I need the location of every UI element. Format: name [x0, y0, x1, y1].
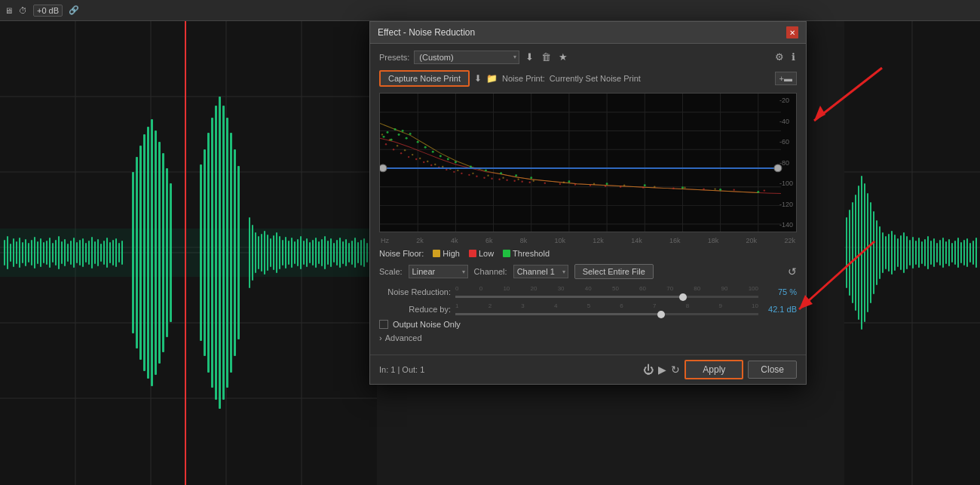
advanced-label: Advanced	[385, 333, 422, 342]
svg-rect-57	[155, 130, 157, 375]
capture-noise-print-button[interactable]: Capture Noise Print	[379, 70, 470, 87]
reset-button[interactable]: ↺	[788, 266, 797, 278]
reduce-by-track[interactable]	[455, 313, 758, 315]
svg-point-235	[764, 189, 765, 191]
channel-select[interactable]: Channel 1 Channel 2	[513, 265, 568, 278]
svg-point-183	[394, 128, 397, 130]
svg-rect-18	[25, 239, 26, 266]
svg-rect-49	[118, 243, 120, 262]
add-channel-button[interactable]: +▬	[775, 72, 797, 85]
svg-rect-95	[315, 238, 317, 268]
svg-rect-140	[909, 240, 911, 266]
svg-rect-47	[112, 240, 114, 266]
svg-point-259	[380, 164, 387, 172]
svg-rect-46	[109, 242, 111, 263]
legend-high: High	[433, 249, 460, 258]
loop-button[interactable]: ↻	[671, 364, 680, 376]
svg-point-204	[757, 191, 759, 193]
legend-high-label: High	[443, 249, 460, 258]
svg-rect-98	[324, 236, 326, 269]
svg-rect-27	[52, 243, 54, 262]
svg-rect-82	[276, 232, 277, 273]
svg-rect-94	[312, 240, 314, 266]
info-button[interactable]: ℹ	[790, 50, 797, 64]
svg-point-253	[593, 183, 595, 185]
svg-point-246	[457, 170, 458, 171]
svg-point-216	[468, 174, 470, 176]
reduce-by-thumb[interactable]	[657, 311, 665, 318]
noise-reduction-dialog: Effect - Noise Reduction ✕ Presets: (Cus…	[369, 21, 807, 385]
save-preset-button[interactable]: ⬇	[524, 50, 535, 64]
svg-rect-127	[870, 202, 871, 303]
dialog-close-button[interactable]: ✕	[786, 26, 798, 38]
svg-rect-123	[858, 186, 859, 320]
svg-rect-31	[64, 239, 66, 266]
freq-8k: 8k	[520, 237, 528, 244]
presets-select[interactable]: (Custom)	[414, 51, 519, 64]
svg-point-185	[402, 130, 404, 132]
playhead	[185, 21, 186, 485]
favorite-preset-button[interactable]: ★	[557, 50, 569, 64]
select-entire-file-button[interactable]: Select Entire File	[574, 264, 654, 279]
svg-rect-59	[162, 153, 164, 352]
svg-point-241	[419, 158, 421, 159]
legend-row: Noise Floor: High Low Threshold	[379, 249, 797, 258]
power-button[interactable]: ⏻	[643, 364, 654, 376]
close-button[interactable]: Close	[748, 361, 797, 379]
save-noise-print-button[interactable]: 📁	[486, 73, 498, 84]
settings-icon-button[interactable]: ⚙	[773, 50, 786, 64]
svg-rect-146	[927, 236, 929, 269]
svg-rect-150	[939, 240, 941, 266]
svg-point-244	[442, 166, 443, 167]
svg-rect-20	[31, 240, 32, 266]
output-noise-checkbox[interactable]	[379, 320, 388, 329]
svg-rect-92	[306, 238, 308, 267]
svg-point-196	[500, 172, 502, 174]
svg-rect-22	[37, 241, 38, 264]
svg-rect-142	[915, 241, 917, 265]
channel-label: Channel:	[474, 267, 507, 276]
apply-button[interactable]: Apply	[684, 360, 743, 379]
svg-point-233	[703, 188, 704, 189]
svg-rect-60	[166, 168, 168, 337]
svg-rect-130	[879, 226, 880, 279]
load-noise-print-button[interactable]: ⬇	[474, 73, 482, 84]
svg-rect-15	[16, 241, 17, 264]
svg-point-255	[654, 186, 655, 187]
svg-point-198	[530, 177, 532, 179]
svg-rect-40	[91, 237, 93, 269]
svg-point-215	[461, 173, 462, 174]
noise-reduction-thumb[interactable]	[679, 293, 687, 301]
svg-rect-43	[100, 244, 102, 262]
svg-point-260	[774, 164, 782, 172]
svg-rect-119	[846, 217, 847, 288]
svg-point-250	[517, 179, 519, 180]
svg-point-251	[533, 180, 534, 182]
svg-rect-162	[975, 238, 977, 268]
svg-point-205	[385, 143, 387, 145]
svg-rect-74	[252, 225, 253, 281]
delete-preset-button[interactable]: 🗑	[540, 50, 553, 64]
svg-rect-107	[351, 241, 353, 265]
svg-rect-96	[318, 241, 320, 264]
noise-reduction-track[interactable]	[455, 296, 758, 298]
svg-rect-23	[40, 238, 41, 267]
play-button[interactable]: ▶	[658, 364, 666, 376]
svg-point-195	[485, 169, 487, 171]
svg-rect-12	[7, 236, 8, 269]
advanced-row[interactable]: › Advanced	[379, 333, 797, 342]
output-noise-row: Output Noise Only	[379, 320, 797, 329]
svg-point-221	[506, 180, 507, 181]
svg-point-214	[453, 171, 455, 173]
scale-select-wrapper: Linear Logarithmic ▾	[409, 265, 468, 278]
noise-print-status: Currently Set Noise Print	[550, 74, 641, 83]
svg-point-224	[529, 182, 531, 183]
svg-rect-101	[333, 243, 335, 262]
svg-point-192	[447, 158, 449, 161]
svg-rect-156	[957, 238, 959, 268]
scale-select[interactable]: Linear Logarithmic	[409, 265, 468, 278]
svg-rect-66	[215, 106, 217, 400]
svg-point-202	[681, 186, 684, 189]
svg-rect-110	[360, 240, 362, 266]
svg-rect-159	[966, 238, 968, 267]
